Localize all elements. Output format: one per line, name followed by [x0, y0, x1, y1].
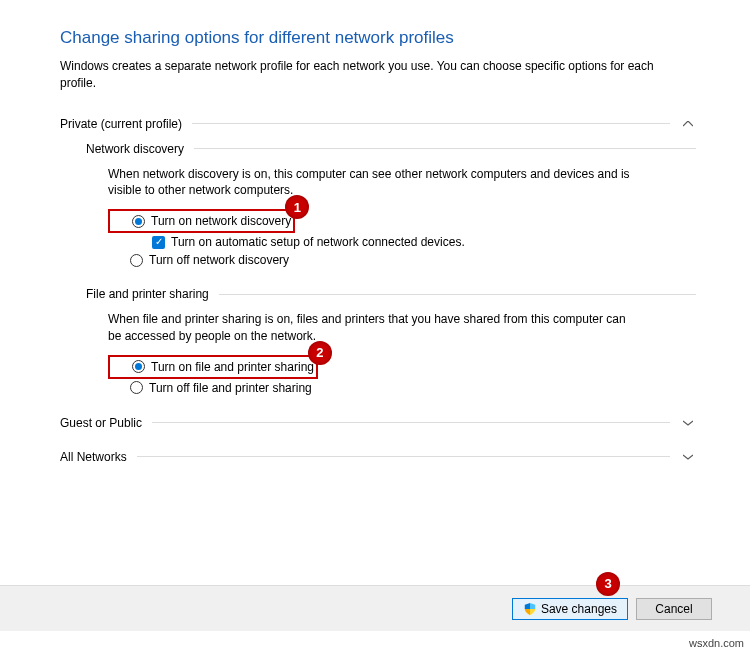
watermark: wsxdn.com — [689, 637, 744, 649]
page-title: Change sharing options for different net… — [60, 28, 696, 48]
chevron-down-icon — [680, 415, 696, 431]
radio-turn-off-network-discovery[interactable]: Turn off network discovery — [130, 251, 696, 269]
divider — [194, 148, 696, 149]
section-guest-label: Guest or Public — [60, 416, 142, 430]
radio-icon — [132, 215, 145, 228]
save-button-label: Save changes — [541, 602, 617, 616]
callout-3: 3 — [596, 572, 620, 596]
section-guest[interactable]: Guest or Public — [60, 415, 696, 431]
radio-label: Turn on file and printer sharing — [151, 358, 314, 376]
page-description: Windows creates a separate network profi… — [60, 58, 670, 92]
group-file-printer: File and printer sharing — [86, 287, 696, 301]
section-private[interactable]: Private (current profile) — [60, 116, 696, 132]
section-all-networks[interactable]: All Networks — [60, 449, 696, 465]
chevron-up-icon — [680, 116, 696, 132]
radio-label: Turn on network discovery — [151, 212, 291, 230]
chevron-down-icon — [680, 449, 696, 465]
group-label: File and printer sharing — [86, 287, 209, 301]
group-label: Network discovery — [86, 142, 184, 156]
highlight-2: Turn on file and printer sharing — [108, 355, 318, 379]
checkbox-icon: ✓ — [152, 236, 165, 249]
divider — [192, 123, 670, 124]
callout-1: 1 — [285, 195, 309, 219]
radio-icon — [132, 360, 145, 373]
radio-turn-on-network-discovery[interactable]: Turn on network discovery — [132, 212, 291, 230]
divider — [219, 294, 696, 295]
divider — [137, 456, 670, 457]
callout-2: 2 — [308, 341, 332, 365]
checkbox-auto-setup[interactable]: ✓ Turn on automatic setup of network con… — [152, 233, 696, 251]
radio-turn-on-file-printer[interactable]: Turn on file and printer sharing — [132, 358, 314, 376]
section-all-label: All Networks — [60, 450, 127, 464]
shield-icon — [523, 602, 537, 616]
divider — [152, 422, 670, 423]
radio-icon — [130, 381, 143, 394]
network-discovery-description: When network discovery is on, this compu… — [108, 166, 638, 200]
highlight-1: Turn on network discovery — [108, 209, 295, 233]
section-private-label: Private (current profile) — [60, 117, 182, 131]
cancel-button[interactable]: Cancel — [636, 598, 712, 620]
group-network-discovery: Network discovery — [86, 142, 696, 156]
save-changes-button[interactable]: Save changes — [512, 598, 628, 620]
radio-label: Turn off file and printer sharing — [149, 379, 312, 397]
radio-label: Turn off network discovery — [149, 251, 289, 269]
radio-turn-off-file-printer[interactable]: Turn off file and printer sharing — [130, 379, 696, 397]
cancel-button-label: Cancel — [655, 602, 692, 616]
radio-icon — [130, 254, 143, 267]
file-printer-description: When file and printer sharing is on, fil… — [108, 311, 638, 345]
checkbox-label: Turn on automatic setup of network conne… — [171, 233, 465, 251]
footer-bar: 3 Save changes Cancel — [0, 585, 750, 631]
